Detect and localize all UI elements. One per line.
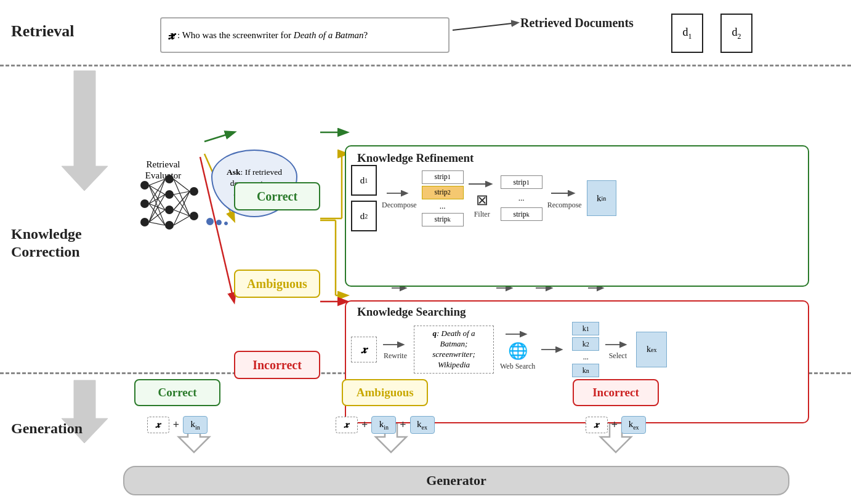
kr-filter-area: ⊠ Filter	[469, 178, 496, 219]
query-italic: Death of a Batman	[294, 30, 364, 40]
strip1: strip1	[422, 170, 464, 184]
gen-ambiguous-kex: kex	[410, 416, 435, 434]
recompose-label: Recompose	[547, 201, 582, 210]
ks-websearch-area: 🌐 Web Search	[500, 328, 535, 371]
gen-ambiguous-badge: Ambiguous	[342, 379, 428, 406]
eval-ambiguous-box: Ambiguous	[234, 270, 320, 298]
svg-point-33	[190, 187, 198, 196]
svg-line-36	[149, 185, 165, 194]
gen-incorrect-kex: kex	[621, 416, 646, 434]
globe-icon: 🌐	[508, 342, 528, 361]
gen-incorrect-col: Incorrect 𝒙 + kex	[573, 379, 659, 434]
doc-box-d1: d1	[671, 14, 703, 53]
doc-box-d2: d2	[720, 14, 752, 53]
svg-point-26	[140, 181, 149, 190]
ks-x-box: 𝒙	[351, 337, 377, 362]
ks-k2: k2	[572, 337, 599, 351]
svg-point-32	[165, 221, 174, 230]
select-label: Select	[609, 351, 627, 361]
query-box: 𝒙 : Who was the screenwriter for Death o…	[160, 17, 450, 53]
kc-section: Knowledge Correction RetrievalEvaluator	[0, 66, 851, 374]
ks-k-stack: k1 k2 ... kn	[572, 322, 599, 377]
eval-correct-box: Correct	[234, 182, 320, 210]
ks-select-area: Select	[605, 338, 630, 361]
gen-correct-badge: Correct	[134, 379, 220, 406]
svg-line-44	[149, 194, 165, 222]
gen-label: Generation	[11, 420, 83, 437]
gen-section: Generation Correct 𝒙 + kin Ambiguous 𝒙 +…	[0, 374, 851, 504]
svg-point-28	[140, 218, 149, 226]
svg-point-27	[140, 199, 149, 208]
ks-content: 𝒙 Rewrite q: Death of a Batman;screenwri…	[351, 322, 667, 377]
ks-dots: ...	[572, 353, 599, 362]
decompose-label: Decompose	[382, 201, 417, 210]
gen-correct-col: Correct 𝒙 + kin	[134, 379, 220, 434]
ks-kex: kex	[636, 332, 667, 367]
kr-strip-col1: strip1 strip2 ... stripk	[422, 170, 464, 226]
gen-ambiguous-col: Ambiguous 𝒙 + kin + kex	[336, 379, 435, 434]
stripk: stripk	[422, 213, 464, 226]
retrieved-docs-label: Retrieved Documents	[520, 16, 634, 30]
gen-ambiguous-x: 𝒙	[336, 417, 358, 433]
kc-label: Knowledge Correction	[11, 225, 82, 261]
gen-incorrect-formula: 𝒙 + kex	[586, 416, 646, 434]
retrieval-section: Retrieval 𝒙 : Who was the screenwriter f…	[0, 5, 851, 66]
web-search-label: Web Search	[500, 362, 535, 371]
svg-point-31	[165, 206, 174, 214]
kr-content: d1 d2 Decompose strip1 strip2 ... stripk…	[351, 165, 616, 231]
gen-correct-formula: 𝒙 + kin	[147, 416, 208, 434]
gen-correct-kin: kin	[183, 416, 208, 434]
ks-title: Knowledge Searching	[357, 305, 466, 319]
query-x: 𝒙	[169, 28, 175, 42]
nn-evaluator	[135, 170, 203, 238]
ks-rewrite-area: Rewrite	[383, 338, 408, 361]
kr-decompose-area: Decompose	[382, 187, 417, 210]
strip1b: strip1	[501, 175, 542, 189]
generator-bar: Generator	[123, 466, 789, 495]
gen-incorrect-x: 𝒙	[586, 417, 608, 433]
ks-arrow2-area	[541, 343, 566, 356]
svg-line-50	[174, 191, 190, 225]
rewrite-label: Rewrite	[384, 351, 407, 361]
gen-incorrect-badge: Incorrect	[573, 379, 659, 406]
stripkb: stripk	[501, 207, 542, 221]
strip-dots2: ...	[501, 191, 542, 206]
filter-label: Filter	[474, 210, 490, 219]
kr-recompose-area: Recompose	[547, 187, 582, 210]
svg-point-34	[190, 212, 198, 220]
kr-kin: kin	[587, 180, 616, 216]
gen-ambiguous-formula: 𝒙 + kin + kex	[336, 416, 435, 434]
retrieval-label: Retrieval	[11, 22, 75, 41]
gen-ambiguous-kin: kin	[371, 416, 396, 434]
ks-k1: k1	[572, 322, 599, 335]
thought-dots	[206, 218, 228, 225]
diagram: Retrieval 𝒙 : Who was the screenwriter f…	[0, 0, 851, 504]
strip-dots: ...	[422, 201, 464, 211]
kr-doc-col: d1 d2	[351, 165, 377, 231]
filter-icon: ⊠	[476, 191, 488, 209]
kr-strip-col2: strip1 ... stripk	[501, 175, 542, 221]
ks-query-box: q: Death of a Batman;screenwriter; Wikip…	[414, 326, 494, 374]
kr-d2: d2	[351, 201, 377, 231]
query-text: : Who was the screenwriter for Death of …	[177, 30, 368, 41]
svg-point-29	[165, 175, 174, 183]
kr-title: Knowledge Refinement	[357, 151, 474, 165]
gen-correct-x: 𝒙	[147, 417, 169, 433]
svg-point-30	[165, 190, 174, 199]
kr-d1: d1	[351, 165, 377, 196]
strip2: strip2	[422, 186, 464, 199]
